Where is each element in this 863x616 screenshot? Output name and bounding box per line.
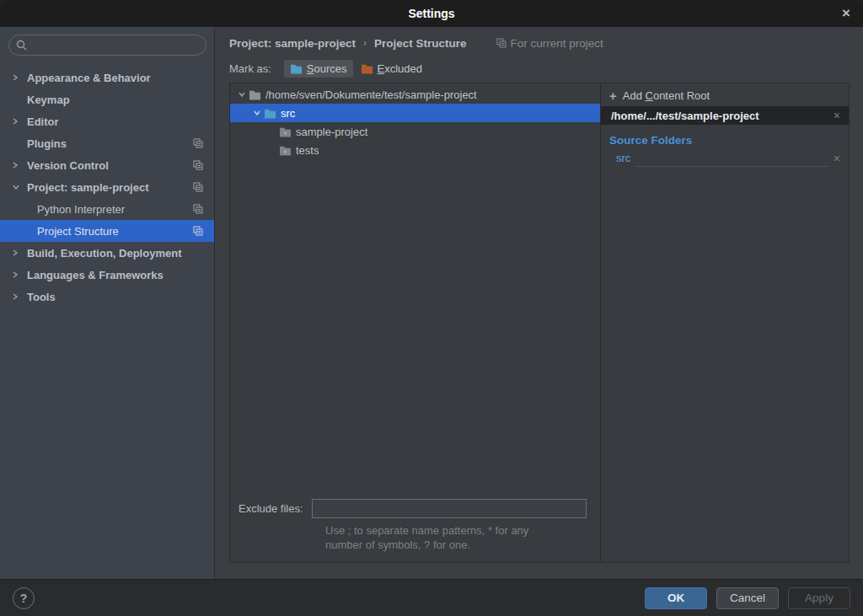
sidebar-item-languages-frameworks[interactable]: Languages & Frameworks — [0, 264, 214, 286]
chevron-right-icon[interactable] — [12, 249, 27, 257]
remove-source-folder-icon[interactable]: × — [834, 152, 840, 165]
current-project-icon — [193, 204, 203, 214]
add-content-root-label: Add Content Root — [623, 89, 710, 102]
sidebar-item-version-control[interactable]: Version Control — [0, 154, 214, 176]
source-folder-icon — [264, 108, 276, 119]
breadcrumb: Project: sample-project › Project Struct… — [229, 27, 850, 56]
tree-row-src[interactable]: src — [230, 104, 600, 122]
chevron-right-icon[interactable] — [12, 117, 27, 126]
settings-sidebar: Appearance & Behavior Keymap Editor Plug… — [0, 27, 215, 579]
sidebar-item-label: Build, Execution, Deployment — [27, 247, 181, 260]
dialog-title: Settings — [408, 7, 454, 20]
project-structure-panel: /home/sven/Dokumente/test/sample-project… — [229, 83, 850, 563]
sidebar-item-python-interpreter[interactable]: Python Interpreter — [0, 198, 214, 220]
sidebar-item-plugins[interactable]: Plugins — [0, 132, 214, 154]
mark-as-sources-button[interactable]: Sources — [284, 60, 353, 78]
chevron-right-icon[interactable] — [12, 161, 27, 169]
add-content-root-button[interactable]: + Add Content Root — [601, 85, 849, 106]
exclude-files-label: Exclude files: — [239, 502, 303, 515]
sidebar-item-label: Appearance & Behavior — [27, 72, 151, 84]
chevron-right-icon[interactable] — [12, 73, 27, 82]
main-content: Project: sample-project › Project Struct… — [215, 27, 863, 579]
tree-row-tests[interactable]: tests — [230, 141, 600, 159]
search-input[interactable] — [8, 35, 206, 56]
chevron-down-icon[interactable] — [12, 184, 27, 190]
source-folder-name: src — [616, 152, 630, 164]
exclude-files-hint: Use ; to separate name patterns, * for a… — [325, 523, 592, 552]
dialog-footer: ? OK Cancel Apply — [0, 579, 863, 616]
context-note-label: For current project — [511, 37, 603, 50]
sidebar-item-tools[interactable]: Tools — [0, 286, 214, 308]
sidebar-item-label: Plugins — [27, 137, 67, 150]
current-project-icon — [193, 160, 203, 170]
exclude-files-input[interactable] — [312, 499, 587, 518]
sidebar-item-label: Tools — [27, 291, 56, 303]
sidebar-item-keymap[interactable]: Keymap — [0, 88, 214, 110]
current-project-icon — [193, 226, 203, 236]
source-folders-heading: Source Folders — [609, 134, 849, 147]
source-folder-row[interactable]: src × — [616, 149, 840, 167]
tree-row-label: /home/sven/Dokumente/test/sample-project — [265, 88, 477, 101]
close-icon[interactable]: × — [829, 0, 863, 27]
tree-row-label: sample-project — [296, 126, 367, 138]
excluded-folder-icon — [361, 63, 373, 74]
current-project-icon — [496, 38, 507, 48]
hint-line-1: Use ; to separate name patterns, * for a… — [325, 523, 592, 538]
dotted-leader — [635, 161, 828, 167]
settings-dialog: Settings × Appearance & Behavior Keymap … — [0, 0, 863, 616]
directory-tree: /home/sven/Dokumente/test/sample-project… — [230, 83, 600, 499]
mark-as-label: Mark as: — [229, 62, 271, 75]
mark-as-toolbar: Mark as: Sources Excluded — [229, 56, 850, 81]
tree-row-label: tests — [296, 144, 319, 157]
sidebar-item-label: Python Interpreter — [37, 203, 125, 216]
chevron-down-icon[interactable] — [250, 110, 264, 116]
sources-label: Sources — [307, 62, 347, 75]
current-project-icon — [193, 182, 203, 192]
folder-icon — [279, 145, 292, 156]
folder-icon — [249, 89, 261, 100]
tree-row-sample-project[interactable]: sample-project — [230, 122, 600, 141]
hint-line-2: number of symbols, ? for one. — [325, 538, 592, 552]
exclude-files-form: Exclude files: Use ; to separate name pa… — [230, 499, 600, 562]
sidebar-item-editor[interactable]: Editor — [0, 110, 214, 132]
plus-icon: + — [609, 88, 617, 103]
chevron-right-icon[interactable] — [12, 271, 27, 279]
footer-buttons: OK Cancel Apply — [645, 587, 850, 609]
remove-content-root-icon[interactable]: × — [834, 109, 840, 122]
content-roots-pane: + Add Content Root /home/.../test/sample… — [601, 83, 849, 562]
sidebar-item-label: Editor — [27, 115, 59, 128]
sidebar-item-build-execution-deployment[interactable]: Build, Execution, Deployment — [0, 242, 214, 264]
search-icon — [16, 40, 27, 51]
help-button[interactable]: ? — [13, 587, 35, 609]
titlebar: Settings × — [0, 0, 863, 27]
question-mark-icon: ? — [20, 592, 28, 605]
directory-tree-pane: /home/sven/Dokumente/test/sample-project… — [230, 83, 601, 562]
context-note: For current project — [496, 37, 603, 50]
sidebar-item-appearance-behavior[interactable]: Appearance & Behavior — [0, 67, 214, 88]
breadcrumb-page: Project Structure — [374, 37, 467, 50]
tree-row-label: src — [281, 107, 295, 120]
tree-row-content-root[interactable]: /home/sven/Dokumente/test/sample-project — [230, 85, 600, 104]
sidebar-item-project[interactable]: Project: sample-project — [0, 176, 214, 198]
folder-icon — [279, 126, 292, 137]
sidebar-item-label: Project: sample-project — [27, 181, 149, 194]
content-root-path: /home/.../test/sample-project — [611, 110, 759, 122]
current-project-icon — [193, 138, 203, 148]
breadcrumb-separator: › — [363, 37, 367, 49]
content-root-row[interactable]: /home/.../test/sample-project × — [601, 106, 849, 125]
sidebar-item-label: Languages & Frameworks — [27, 269, 163, 281]
cancel-button[interactable]: Cancel — [716, 587, 779, 609]
chevron-down-icon[interactable] — [235, 91, 249, 98]
sidebar-item-label: Version Control — [27, 159, 109, 172]
apply-button[interactable]: Apply — [788, 587, 850, 609]
excluded-label: Excluded — [378, 62, 422, 75]
sidebar-item-project-structure[interactable]: Project Structure — [0, 220, 214, 242]
ok-button[interactable]: OK — [645, 587, 707, 609]
breadcrumb-project[interactable]: Project: sample-project — [229, 37, 356, 50]
chevron-right-icon[interactable] — [12, 292, 27, 301]
mark-as-excluded-button[interactable]: Excluded — [355, 60, 428, 78]
sources-folder-icon — [290, 63, 303, 74]
sidebar-item-label: Project Structure — [37, 225, 119, 238]
sidebar-item-label: Keymap — [27, 94, 70, 106]
